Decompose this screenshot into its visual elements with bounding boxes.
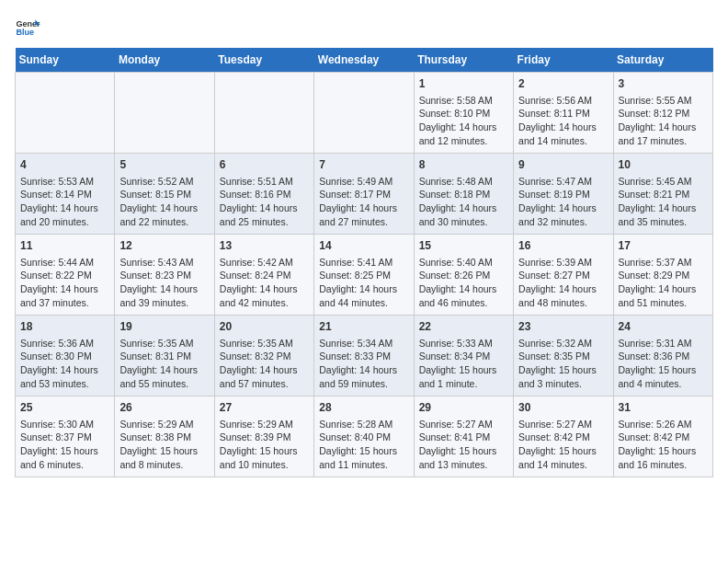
- calendar-cell: 22Sunrise: 5:33 AMSunset: 8:34 PMDayligh…: [414, 316, 513, 396]
- day-info: and 53 minutes.: [20, 377, 109, 391]
- calendar-cell: 3Sunrise: 5:55 AMSunset: 8:12 PMDaylight…: [613, 73, 712, 154]
- day-number: 24: [619, 319, 708, 335]
- day-info: Sunrise: 5:27 AM: [518, 418, 608, 431]
- day-info: Daylight: 14 hours: [319, 363, 408, 377]
- svg-text:Blue: Blue: [16, 28, 34, 37]
- day-info: Daylight: 14 hours: [220, 282, 309, 296]
- day-info: Sunset: 8:17 PM: [319, 188, 408, 201]
- day-info: Sunrise: 5:53 AM: [20, 175, 109, 189]
- day-info: Sunrise: 5:45 AM: [619, 175, 708, 189]
- day-info: Sunrise: 5:37 AM: [619, 256, 708, 270]
- day-info: Sunrise: 5:31 AM: [619, 337, 708, 350]
- day-info: Daylight: 14 hours: [619, 201, 708, 215]
- day-info: Daylight: 14 hours: [319, 201, 408, 215]
- calendar-cell: 27Sunrise: 5:29 AMSunset: 8:39 PMDayligh…: [214, 396, 313, 477]
- calendar-cell: 21Sunrise: 5:34 AMSunset: 8:33 PMDayligh…: [314, 316, 414, 396]
- calendar-cell: [214, 73, 313, 154]
- day-info: Sunset: 8:23 PM: [119, 269, 209, 282]
- day-number: 11: [20, 238, 109, 254]
- day-number: 20: [220, 319, 309, 335]
- day-number: 19: [119, 319, 209, 335]
- calendar-cell: 15Sunrise: 5:40 AMSunset: 8:26 PMDayligh…: [414, 235, 513, 316]
- day-info: Sunrise: 5:29 AM: [220, 418, 309, 431]
- day-info: and 57 minutes.: [220, 377, 309, 391]
- day-info: Sunrise: 5:49 AM: [319, 175, 408, 189]
- day-info: and 39 minutes.: [119, 296, 209, 310]
- day-info: and 35 minutes.: [619, 215, 708, 229]
- day-info: Sunset: 8:24 PM: [220, 269, 309, 282]
- day-info: Sunrise: 5:29 AM: [119, 418, 209, 431]
- day-number: 26: [119, 400, 209, 416]
- calendar-cell: 13Sunrise: 5:42 AMSunset: 8:24 PMDayligh…: [214, 235, 313, 316]
- day-info: Sunset: 8:35 PM: [518, 350, 608, 363]
- day-info: Daylight: 14 hours: [20, 282, 109, 296]
- day-info: Sunset: 8:38 PM: [119, 431, 209, 444]
- day-number: 8: [419, 157, 508, 173]
- day-info: Sunset: 8:42 PM: [518, 431, 608, 444]
- day-info: Sunrise: 5:26 AM: [619, 418, 708, 431]
- day-info: Sunset: 8:29 PM: [619, 269, 708, 282]
- day-number: 2: [518, 76, 608, 92]
- day-info: and 32 minutes.: [518, 215, 608, 229]
- day-info: and 8 minutes.: [119, 458, 209, 472]
- day-info: Sunset: 8:34 PM: [419, 350, 508, 363]
- calendar-body: 1Sunrise: 5:58 AMSunset: 8:10 PMDaylight…: [16, 73, 713, 477]
- calendar-week-row: 11Sunrise: 5:44 AMSunset: 8:22 PMDayligh…: [16, 235, 713, 316]
- day-number: 22: [419, 319, 508, 335]
- day-info: and 12 minutes.: [419, 134, 508, 148]
- day-info: and 59 minutes.: [319, 377, 408, 391]
- calendar-header-sunday: Sunday: [16, 48, 115, 73]
- day-info: Sunset: 8:18 PM: [419, 188, 508, 201]
- calendar-header-row: SundayMondayTuesdayWednesdayThursdayFrid…: [16, 48, 713, 73]
- day-number: 15: [419, 238, 508, 254]
- day-info: Daylight: 15 hours: [319, 444, 408, 458]
- day-info: Daylight: 14 hours: [518, 201, 608, 215]
- calendar-cell: 12Sunrise: 5:43 AMSunset: 8:23 PMDayligh…: [115, 235, 214, 316]
- day-number: 30: [518, 400, 608, 416]
- day-info: Daylight: 14 hours: [119, 282, 209, 296]
- calendar-cell: 7Sunrise: 5:49 AMSunset: 8:17 PMDaylight…: [314, 154, 414, 235]
- calendar-cell: 14Sunrise: 5:41 AMSunset: 8:25 PMDayligh…: [314, 235, 414, 316]
- calendar-week-row: 25Sunrise: 5:30 AMSunset: 8:37 PMDayligh…: [16, 396, 713, 477]
- day-info: Sunset: 8:16 PM: [220, 188, 309, 201]
- day-info: and 13 minutes.: [419, 458, 508, 472]
- day-number: 12: [119, 238, 209, 254]
- day-info: Daylight: 14 hours: [419, 121, 508, 134]
- day-info: Sunset: 8:22 PM: [20, 269, 109, 282]
- day-info: Sunset: 8:21 PM: [619, 188, 708, 201]
- day-info: Daylight: 14 hours: [518, 282, 608, 296]
- day-info: Daylight: 15 hours: [20, 444, 109, 458]
- calendar-cell: 5Sunrise: 5:52 AMSunset: 8:15 PMDaylight…: [115, 154, 214, 235]
- day-info: Daylight: 14 hours: [319, 282, 408, 296]
- day-info: Daylight: 14 hours: [20, 201, 109, 215]
- day-info: Sunset: 8:39 PM: [220, 431, 309, 444]
- day-info: and 27 minutes.: [319, 215, 408, 229]
- day-number: 18: [20, 319, 109, 335]
- calendar-cell: 17Sunrise: 5:37 AMSunset: 8:29 PMDayligh…: [613, 235, 712, 316]
- calendar-cell: [16, 73, 115, 154]
- day-info: Sunrise: 5:33 AM: [419, 337, 508, 350]
- calendar-week-row: 1Sunrise: 5:58 AMSunset: 8:10 PMDaylight…: [16, 73, 713, 154]
- day-info: Sunrise: 5:56 AM: [518, 94, 608, 108]
- calendar-cell: 24Sunrise: 5:31 AMSunset: 8:36 PMDayligh…: [613, 316, 712, 396]
- day-info: Sunset: 8:42 PM: [619, 431, 708, 444]
- day-info: Sunset: 8:26 PM: [419, 269, 508, 282]
- day-number: 7: [319, 157, 408, 173]
- day-info: Sunrise: 5:40 AM: [419, 256, 508, 270]
- calendar-cell: 25Sunrise: 5:30 AMSunset: 8:37 PMDayligh…: [16, 396, 115, 477]
- day-number: 31: [619, 400, 708, 416]
- day-info: Sunset: 8:27 PM: [518, 269, 608, 282]
- calendar-cell: 11Sunrise: 5:44 AMSunset: 8:22 PMDayligh…: [16, 235, 115, 316]
- day-info: Sunset: 8:19 PM: [518, 188, 608, 201]
- day-number: 9: [518, 157, 608, 173]
- day-info: Sunset: 8:14 PM: [20, 188, 109, 201]
- day-info: Daylight: 14 hours: [119, 363, 209, 377]
- calendar-header-wednesday: Wednesday: [314, 48, 414, 73]
- day-info: and 10 minutes.: [220, 458, 309, 472]
- calendar-week-row: 18Sunrise: 5:36 AMSunset: 8:30 PMDayligh…: [16, 316, 713, 396]
- day-info: Daylight: 15 hours: [419, 444, 508, 458]
- day-info: Sunset: 8:31 PM: [119, 350, 209, 363]
- day-info: and 14 minutes.: [518, 458, 608, 472]
- day-info: Sunset: 8:37 PM: [20, 431, 109, 444]
- day-info: Sunrise: 5:39 AM: [518, 256, 608, 270]
